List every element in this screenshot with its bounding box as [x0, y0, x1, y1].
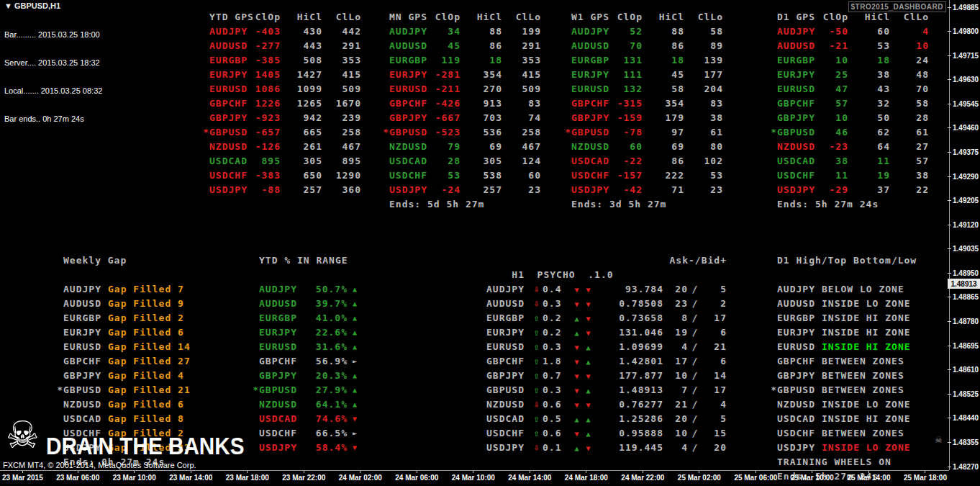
price-tick: 1.49715 — [950, 51, 979, 60]
value-cell: 913 — [460, 96, 502, 111]
pair-label: EURUSD — [382, 82, 427, 96]
value-cell: 430 — [281, 24, 322, 39]
value-cell: 58 — [643, 82, 684, 96]
ytd-gps-table: YTD GPSClOpHiClClLoAUDJPY-403430442AUDUS… — [202, 10, 361, 197]
pair-label: NZDUSD — [564, 140, 609, 154]
gps-row-GBPJPY: GBPJPY-923942239 — [202, 111, 361, 125]
server-time-label: Server.... 2015.03.25 18:32 — [4, 58, 102, 68]
gps-table-title: D1 GPS — [770, 10, 815, 24]
signal-arrow-icon: ▼ — [571, 384, 583, 398]
signal-arrow-icon: ▲ — [571, 326, 583, 341]
ask-count: 4 — [663, 441, 688, 455]
signal-arrow-icon: ▼ — [571, 355, 583, 369]
value-cell: 38 — [890, 168, 929, 183]
time-tick-label: 24 Mar 02:00 — [339, 474, 382, 482]
tick-mark — [948, 273, 951, 274]
price-tick-label: 1.48525 — [953, 390, 979, 398]
psycho-delta: 0.7 — [543, 369, 564, 383]
pair-label: USDCHF — [252, 426, 297, 441]
price-tick-label: 1.48950 — [953, 269, 979, 277]
bid-count: 6 — [702, 354, 727, 369]
pair-label: EURGBP — [486, 311, 531, 325]
value-cell: 509 — [502, 82, 541, 96]
value-cell: 34 — [427, 24, 460, 39]
psycho-row-AUDJPY: AUDJPY⇩0.4▼▼93.78420/5 — [486, 282, 727, 297]
column-header-cllo: ClLo — [890, 10, 929, 24]
psycho-delta: 0.6 — [543, 397, 564, 412]
value-cell: 11 — [815, 168, 848, 183]
zone-status-label: INSIDE HI ZONE — [822, 312, 911, 323]
value-cell: 1405 — [248, 68, 281, 82]
pair-label: USDCHF — [202, 168, 248, 183]
value-cell: 239 — [322, 111, 361, 125]
tick-mark — [948, 176, 951, 177]
price-tick: 1.49290 — [950, 172, 979, 181]
value-cell: 80 — [684, 140, 723, 154]
signal-arrow-icon: ▲ — [571, 413, 583, 427]
ends-label: Ends: 5d 5h 27m — [389, 199, 484, 210]
trend-arrow-icon: ▲ — [353, 314, 358, 322]
value-cell: 18 — [643, 53, 684, 68]
zone-row-NZDUSD: NZDUSDINSIDE LO ZONE — [770, 397, 917, 412]
price-tick-label: 1.48780 — [953, 318, 979, 325]
value-cell: 179 — [643, 111, 684, 125]
weekly-gap-row-AUDUSD: AUDUSDGap Filled 9 — [56, 297, 191, 311]
zone-status-label: INSIDE HI ZONE — [822, 327, 911, 338]
time-axis[interactable]: 23 Mar 201523 Mar 06:0023 Mar 10:0023 Ma… — [0, 470, 949, 486]
tick-mark — [22, 471, 23, 473]
gps-row-GBPUSD: *GBPUSD-789761 — [564, 125, 723, 140]
pair-label: NZDUSD — [770, 140, 815, 154]
time-tick-label: 25 Mar 18:00 — [904, 474, 947, 482]
pair-label: AUDUSD — [382, 39, 427, 53]
value-cell: -50 — [815, 24, 848, 39]
price-tick-label: 1.49120 — [953, 221, 979, 229]
value-cell: 1427 — [281, 68, 322, 82]
price-value: 131.046 — [594, 325, 663, 340]
signal-arrow-icon: ▲ — [583, 384, 594, 398]
value-cell: 60 — [502, 168, 541, 183]
time-axis-item: 23 Mar 18:00 — [226, 471, 269, 486]
value-cell: -277 — [248, 39, 281, 53]
value-cell: 119 — [427, 53, 460, 68]
value-cell: 19 — [848, 168, 890, 183]
value-cell: 37 — [848, 183, 890, 197]
price-value: 0.95888 — [594, 426, 663, 441]
value-cell: 83 — [502, 96, 541, 111]
pair-label: USDCHF — [564, 168, 609, 183]
gps-row-GBPJPY: GBPJPY105028 — [770, 111, 929, 125]
value-cell: 61 — [684, 125, 723, 140]
ytd-range-row-GBPCHF: GBPCHF56.9%► — [252, 354, 358, 369]
value-cell: 23 — [502, 183, 541, 197]
symbol-period-dropdown[interactable]: ▼ GBPUSD,H1 — [4, 1, 60, 10]
gps-row-EURUSD: EURUSD-211270509 — [382, 82, 541, 96]
pair-label: USDJPY — [564, 183, 609, 197]
value-cell: -385 — [248, 53, 281, 68]
direction-arrow-icon: ⇩ — [531, 397, 543, 412]
value-cell: 53 — [427, 168, 460, 183]
price-tick: 1.48950 — [950, 269, 979, 277]
gps-table-title: W1 GPS — [564, 10, 609, 24]
range-percent: 39.7% — [297, 297, 348, 311]
value-cell: -403 — [248, 24, 281, 39]
time-tick-label: 25 Mar 02:00 — [678, 474, 721, 482]
ytd-range-panel: YTD % IN RANGE AUDJPY50.7%▲AUDUSD39.7%▲E… — [252, 225, 358, 455]
tick-mark — [948, 346, 951, 346]
gps-row-NZDUSD: NZDUSD-126261467 — [202, 140, 361, 154]
value-cell: -88 — [248, 183, 281, 197]
zone-status-label: INSIDE HI ZONE — [822, 341, 911, 352]
gps-header-row: MN GPSClOpHiClClLo — [382, 10, 541, 24]
psycho-delta: 0.4 — [543, 282, 564, 297]
gap-filled-label: Gap Filled 2 — [108, 312, 184, 323]
time-tick-label: 24 Mar 22:00 — [621, 474, 664, 482]
value-cell: 132 — [609, 82, 643, 96]
price-tick-label: 1.48440 — [953, 414, 979, 422]
value-cell: 177 — [684, 68, 723, 82]
signal-arrow-icon: ▲ — [571, 312, 583, 326]
value-cell: -21 — [815, 39, 848, 53]
pair-label: EURJPY — [770, 68, 815, 82]
pair-label: AUDUSD — [770, 297, 815, 311]
zone-status-label: BETWEEN ZONES — [822, 356, 904, 366]
gap-filled-label: Gap Filled 6 — [108, 327, 184, 338]
price-axis[interactable]: 1.498851.498001.497151.496301.495451.494… — [949, 0, 980, 470]
value-cell: 305 — [460, 154, 502, 168]
